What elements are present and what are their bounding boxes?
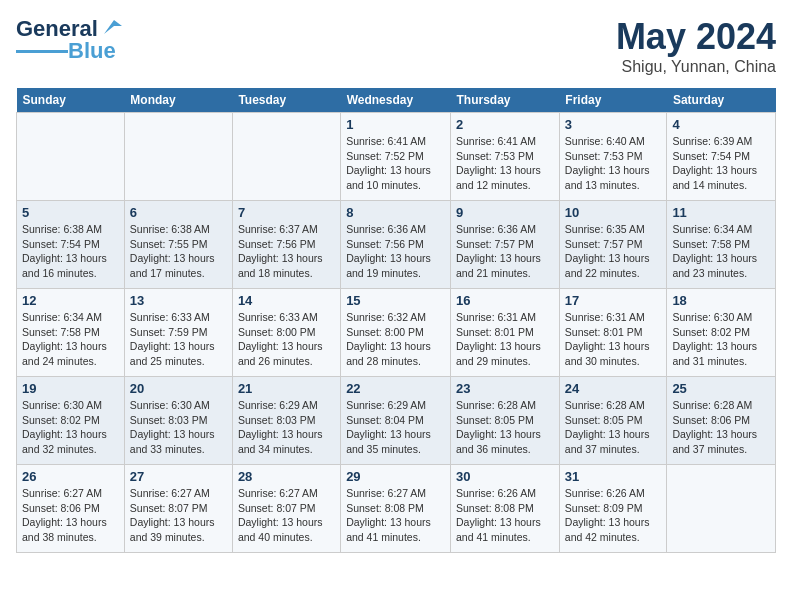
weekday-header-row: SundayMondayTuesdayWednesdayThursdayFrid… <box>17 88 776 113</box>
day-number: 27 <box>130 469 227 484</box>
calendar-cell: 24Sunrise: 6:28 AM Sunset: 8:05 PM Dayli… <box>559 377 667 465</box>
calendar-cell: 12Sunrise: 6:34 AM Sunset: 7:58 PM Dayli… <box>17 289 125 377</box>
calendar-cell: 25Sunrise: 6:28 AM Sunset: 8:06 PM Dayli… <box>667 377 776 465</box>
logo: General Blue <box>16 16 122 64</box>
weekday-header-sunday: Sunday <box>17 88 125 113</box>
day-number: 28 <box>238 469 335 484</box>
calendar-week-row: 12Sunrise: 6:34 AM Sunset: 7:58 PM Dayli… <box>17 289 776 377</box>
day-info: Sunrise: 6:26 AM Sunset: 8:08 PM Dayligh… <box>456 486 554 545</box>
calendar-cell: 23Sunrise: 6:28 AM Sunset: 8:05 PM Dayli… <box>451 377 560 465</box>
day-number: 2 <box>456 117 554 132</box>
calendar-cell: 26Sunrise: 6:27 AM Sunset: 8:06 PM Dayli… <box>17 465 125 553</box>
calendar-location: Shigu, Yunnan, China <box>616 58 776 76</box>
calendar-cell: 29Sunrise: 6:27 AM Sunset: 8:08 PM Dayli… <box>341 465 451 553</box>
calendar-cell: 11Sunrise: 6:34 AM Sunset: 7:58 PM Dayli… <box>667 201 776 289</box>
calendar-cell: 14Sunrise: 6:33 AM Sunset: 8:00 PM Dayli… <box>232 289 340 377</box>
weekday-header-wednesday: Wednesday <box>341 88 451 113</box>
day-info: Sunrise: 6:28 AM Sunset: 8:05 PM Dayligh… <box>565 398 662 457</box>
day-number: 22 <box>346 381 445 396</box>
day-number: 15 <box>346 293 445 308</box>
calendar-cell <box>667 465 776 553</box>
weekday-header-saturday: Saturday <box>667 88 776 113</box>
day-number: 11 <box>672 205 770 220</box>
day-info: Sunrise: 6:27 AM Sunset: 8:07 PM Dayligh… <box>238 486 335 545</box>
calendar-cell <box>17 113 125 201</box>
calendar-cell: 8Sunrise: 6:36 AM Sunset: 7:56 PM Daylig… <box>341 201 451 289</box>
calendar-week-row: 1Sunrise: 6:41 AM Sunset: 7:52 PM Daylig… <box>17 113 776 201</box>
day-number: 9 <box>456 205 554 220</box>
day-info: Sunrise: 6:35 AM Sunset: 7:57 PM Dayligh… <box>565 222 662 281</box>
day-info: Sunrise: 6:38 AM Sunset: 7:55 PM Dayligh… <box>130 222 227 281</box>
day-info: Sunrise: 6:38 AM Sunset: 7:54 PM Dayligh… <box>22 222 119 281</box>
logo-underline <box>16 50 68 53</box>
day-number: 17 <box>565 293 662 308</box>
day-number: 21 <box>238 381 335 396</box>
calendar-cell: 20Sunrise: 6:30 AM Sunset: 8:03 PM Dayli… <box>124 377 232 465</box>
day-info: Sunrise: 6:41 AM Sunset: 7:53 PM Dayligh… <box>456 134 554 193</box>
day-info: Sunrise: 6:36 AM Sunset: 7:56 PM Dayligh… <box>346 222 445 281</box>
calendar-cell <box>232 113 340 201</box>
day-info: Sunrise: 6:39 AM Sunset: 7:54 PM Dayligh… <box>672 134 770 193</box>
day-number: 7 <box>238 205 335 220</box>
weekday-header-thursday: Thursday <box>451 88 560 113</box>
day-info: Sunrise: 6:33 AM Sunset: 7:59 PM Dayligh… <box>130 310 227 369</box>
title-block: May 2024 Shigu, Yunnan, China <box>616 16 776 76</box>
day-info: Sunrise: 6:28 AM Sunset: 8:05 PM Dayligh… <box>456 398 554 457</box>
calendar-cell: 22Sunrise: 6:29 AM Sunset: 8:04 PM Dayli… <box>341 377 451 465</box>
day-number: 1 <box>346 117 445 132</box>
day-number: 18 <box>672 293 770 308</box>
day-info: Sunrise: 6:31 AM Sunset: 8:01 PM Dayligh… <box>565 310 662 369</box>
calendar-cell: 13Sunrise: 6:33 AM Sunset: 7:59 PM Dayli… <box>124 289 232 377</box>
calendar-week-row: 5Sunrise: 6:38 AM Sunset: 7:54 PM Daylig… <box>17 201 776 289</box>
day-info: Sunrise: 6:29 AM Sunset: 8:03 PM Dayligh… <box>238 398 335 457</box>
day-number: 3 <box>565 117 662 132</box>
page-header: General Blue May 2024 Shigu, Yunnan, Chi… <box>16 16 776 76</box>
day-number: 16 <box>456 293 554 308</box>
day-info: Sunrise: 6:36 AM Sunset: 7:57 PM Dayligh… <box>456 222 554 281</box>
calendar-table: SundayMondayTuesdayWednesdayThursdayFrid… <box>16 88 776 553</box>
calendar-cell: 15Sunrise: 6:32 AM Sunset: 8:00 PM Dayli… <box>341 289 451 377</box>
day-number: 31 <box>565 469 662 484</box>
calendar-cell: 6Sunrise: 6:38 AM Sunset: 7:55 PM Daylig… <box>124 201 232 289</box>
calendar-cell: 28Sunrise: 6:27 AM Sunset: 8:07 PM Dayli… <box>232 465 340 553</box>
calendar-cell: 18Sunrise: 6:30 AM Sunset: 8:02 PM Dayli… <box>667 289 776 377</box>
calendar-cell: 31Sunrise: 6:26 AM Sunset: 8:09 PM Dayli… <box>559 465 667 553</box>
day-info: Sunrise: 6:26 AM Sunset: 8:09 PM Dayligh… <box>565 486 662 545</box>
day-info: Sunrise: 6:41 AM Sunset: 7:52 PM Dayligh… <box>346 134 445 193</box>
day-info: Sunrise: 6:32 AM Sunset: 8:00 PM Dayligh… <box>346 310 445 369</box>
day-info: Sunrise: 6:34 AM Sunset: 7:58 PM Dayligh… <box>672 222 770 281</box>
calendar-cell: 19Sunrise: 6:30 AM Sunset: 8:02 PM Dayli… <box>17 377 125 465</box>
day-info: Sunrise: 6:33 AM Sunset: 8:00 PM Dayligh… <box>238 310 335 369</box>
day-number: 26 <box>22 469 119 484</box>
logo-general: General <box>16 18 98 40</box>
calendar-cell: 10Sunrise: 6:35 AM Sunset: 7:57 PM Dayli… <box>559 201 667 289</box>
calendar-cell: 2Sunrise: 6:41 AM Sunset: 7:53 PM Daylig… <box>451 113 560 201</box>
calendar-cell: 27Sunrise: 6:27 AM Sunset: 8:07 PM Dayli… <box>124 465 232 553</box>
day-number: 24 <box>565 381 662 396</box>
calendar-cell: 17Sunrise: 6:31 AM Sunset: 8:01 PM Dayli… <box>559 289 667 377</box>
day-number: 14 <box>238 293 335 308</box>
calendar-cell: 5Sunrise: 6:38 AM Sunset: 7:54 PM Daylig… <box>17 201 125 289</box>
day-number: 20 <box>130 381 227 396</box>
day-number: 5 <box>22 205 119 220</box>
logo-bird-icon <box>100 16 122 38</box>
calendar-cell: 16Sunrise: 6:31 AM Sunset: 8:01 PM Dayli… <box>451 289 560 377</box>
day-number: 8 <box>346 205 445 220</box>
weekday-header-monday: Monday <box>124 88 232 113</box>
weekday-header-tuesday: Tuesday <box>232 88 340 113</box>
day-number: 23 <box>456 381 554 396</box>
day-info: Sunrise: 6:30 AM Sunset: 8:03 PM Dayligh… <box>130 398 227 457</box>
calendar-cell: 3Sunrise: 6:40 AM Sunset: 7:53 PM Daylig… <box>559 113 667 201</box>
calendar-week-row: 26Sunrise: 6:27 AM Sunset: 8:06 PM Dayli… <box>17 465 776 553</box>
day-info: Sunrise: 6:27 AM Sunset: 8:08 PM Dayligh… <box>346 486 445 545</box>
day-info: Sunrise: 6:31 AM Sunset: 8:01 PM Dayligh… <box>456 310 554 369</box>
day-number: 12 <box>22 293 119 308</box>
day-number: 13 <box>130 293 227 308</box>
day-number: 6 <box>130 205 227 220</box>
day-info: Sunrise: 6:40 AM Sunset: 7:53 PM Dayligh… <box>565 134 662 193</box>
calendar-cell: 7Sunrise: 6:37 AM Sunset: 7:56 PM Daylig… <box>232 201 340 289</box>
day-info: Sunrise: 6:37 AM Sunset: 7:56 PM Dayligh… <box>238 222 335 281</box>
day-info: Sunrise: 6:27 AM Sunset: 8:07 PM Dayligh… <box>130 486 227 545</box>
day-number: 30 <box>456 469 554 484</box>
calendar-cell: 4Sunrise: 6:39 AM Sunset: 7:54 PM Daylig… <box>667 113 776 201</box>
